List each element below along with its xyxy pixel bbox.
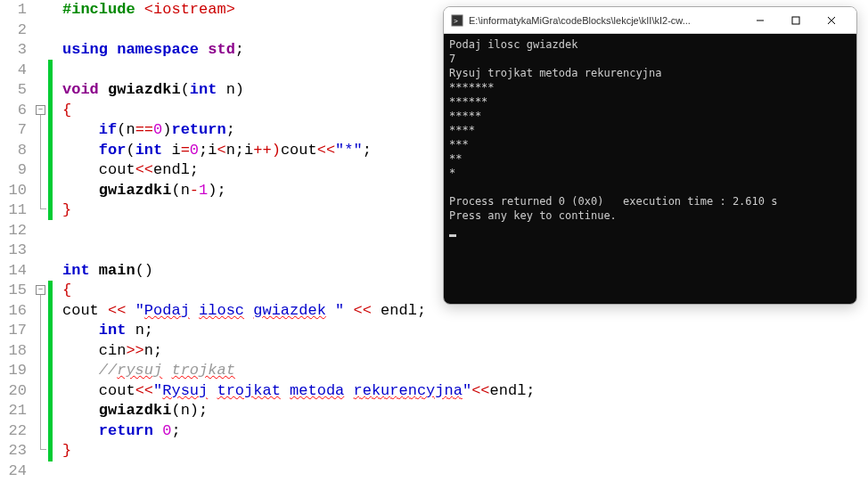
line-number: 11	[0, 200, 27, 221]
close-button[interactable]	[814, 9, 849, 32]
code-line[interactable]: //rysuj trojkat	[62, 361, 868, 381]
minimize-button[interactable]	[742, 9, 778, 32]
console-window[interactable]: > E:\informatykaMiGra\codeBlocks\lekcje\…	[443, 6, 857, 305]
code-line[interactable]: return 0;	[62, 421, 868, 442]
line-number: 22	[0, 421, 27, 442]
code-line[interactable]	[62, 461, 868, 482]
line-number: 20	[0, 381, 27, 402]
line-number: 8	[0, 141, 27, 161]
line-number: 4	[0, 61, 27, 81]
fold-icon[interactable]: −	[36, 105, 45, 115]
line-number: 17	[0, 321, 27, 341]
svg-text:>: >	[454, 17, 458, 25]
line-number: 23	[0, 441, 27, 461]
code-line[interactable]: }	[62, 441, 868, 461]
line-number: 7	[0, 120, 27, 141]
code-line[interactable]: cin>>n;	[62, 341, 868, 362]
console-titlebar[interactable]: > E:\informatykaMiGra\codeBlocks\lekcje\…	[444, 7, 856, 34]
line-number: 18	[0, 341, 27, 362]
line-gutter: 123456789101112131415161718192021222324	[0, 0, 36, 490]
line-number: 14	[0, 261, 27, 282]
code-line[interactable]: cout<<"Rysuj trojkat metoda rekurencyjna…	[62, 381, 868, 402]
line-number: 24	[0, 461, 27, 482]
code-line[interactable]: gwiazdki(n);	[62, 401, 868, 421]
console-icon: >	[451, 14, 463, 27]
cursor	[449, 234, 456, 237]
line-number: 6	[0, 101, 27, 121]
line-number: 12	[0, 221, 27, 241]
line-number: 13	[0, 241, 27, 261]
console-output: Podaj ilosc gwiazdek 7 Rysuj trojkat met…	[444, 34, 856, 304]
maximize-button[interactable]	[778, 9, 814, 32]
svg-rect-3	[792, 17, 799, 24]
fold-markers: − −	[36, 0, 58, 490]
line-number: 9	[0, 160, 27, 181]
fold-icon[interactable]: −	[36, 285, 45, 295]
line-number: 2	[0, 20, 27, 41]
line-number: 1	[0, 0, 27, 20]
line-number: 19	[0, 361, 27, 381]
line-number: 15	[0, 281, 27, 301]
line-number: 5	[0, 80, 27, 101]
line-number: 10	[0, 181, 27, 201]
line-number: 3	[0, 40, 27, 61]
code-line[interactable]: int n;	[62, 321, 868, 341]
line-number: 16	[0, 301, 27, 322]
line-number: 21	[0, 401, 27, 421]
console-title: E:\informatykaMiGra\codeBlocks\lekcje\kI…	[469, 15, 742, 26]
